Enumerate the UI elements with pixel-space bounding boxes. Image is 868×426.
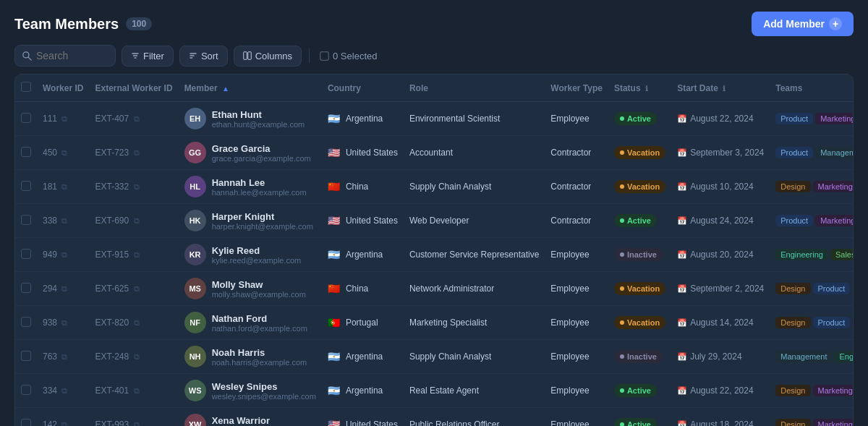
- worker-type-cell: Employee: [545, 306, 608, 340]
- search-input[interactable]: [36, 50, 101, 61]
- row-checkbox[interactable]: [21, 419, 31, 427]
- select-all-checkbox[interactable]: [21, 82, 31, 92]
- copy-worker-id-icon[interactable]: ⧉: [61, 352, 67, 361]
- copy-ext-id-icon[interactable]: ⧉: [134, 420, 140, 426]
- copy-ext-id-icon[interactable]: ⧉: [134, 318, 140, 327]
- row-checkbox[interactable]: [21, 113, 31, 123]
- copy-worker-id-icon[interactable]: ⧉: [61, 182, 67, 191]
- copy-worker-id-icon[interactable]: ⧉: [61, 250, 67, 259]
- columns-button[interactable]: Columns: [234, 46, 302, 67]
- copy-worker-id-icon[interactable]: ⧉: [61, 318, 67, 327]
- table-row: 938 ⧉ EXT-820 ⧉ NF Nathan Ford nathan.fo…: [15, 306, 854, 340]
- row-checkbox[interactable]: [21, 283, 31, 293]
- member-email: hannah.lee@example.com: [212, 188, 307, 197]
- role-cell: Real Estate Agent: [404, 374, 545, 408]
- member-email: ethan.hunt@example.com: [212, 120, 305, 129]
- copy-ext-id-icon[interactable]: ⧉: [134, 114, 140, 123]
- copy-worker-id-icon[interactable]: ⧉: [61, 284, 67, 293]
- start-date: August 24, 2024: [690, 216, 753, 226]
- sort-button[interactable]: Sort: [179, 46, 228, 67]
- row-checkbox[interactable]: [21, 385, 31, 395]
- member-name: Kylie Reed: [212, 245, 302, 256]
- country-cell: 🇦🇷 Argentina: [322, 374, 404, 408]
- copy-worker-id-icon[interactable]: ⧉: [61, 420, 67, 426]
- copy-ext-id-icon[interactable]: ⧉: [134, 284, 140, 293]
- search-box[interactable]: [14, 45, 116, 67]
- external-id-cell: EXT-248 ⧉: [89, 340, 178, 374]
- country-cell: 🇦🇷 Argentina: [322, 340, 404, 374]
- svg-rect-8: [243, 52, 247, 60]
- role-cell: Marketing Specialist: [404, 306, 545, 340]
- role-cell: Public Relations Officer: [404, 408, 545, 427]
- member-name: Hannah Lee: [212, 177, 307, 188]
- col-worker-type: Worker Type: [545, 74, 608, 102]
- table-row: 142 ⧉ EXT-993 ⧉ XW Xena Warrior xena.war…: [15, 408, 854, 427]
- worker-id-cell: 294 ⧉: [37, 272, 89, 306]
- member-email: nathan.ford@example.com: [212, 324, 307, 333]
- calendar-icon: 📅: [677, 318, 687, 328]
- row-checkbox[interactable]: [21, 317, 31, 327]
- worker-id-cell: 938 ⧉: [37, 306, 89, 340]
- start-date-cell: 📅 August 10, 2024: [671, 170, 770, 204]
- row-checkbox[interactable]: [21, 249, 31, 259]
- status-cell: Vacation: [608, 272, 671, 306]
- external-id-cell: EXT-723 ⧉: [89, 136, 178, 170]
- copy-ext-id-icon[interactable]: ⧉: [134, 352, 140, 361]
- teams-cell: ProductMarketingManagement+2: [770, 102, 854, 136]
- member-name: Grace Garcia: [212, 143, 311, 154]
- country-cell: 🇵🇹 Portugal: [322, 306, 404, 340]
- teams-cell: EngineeringSalesOther: [770, 238, 854, 272]
- country-name: Portugal: [346, 318, 378, 328]
- copy-ext-id-icon[interactable]: ⧉: [134, 386, 140, 395]
- add-member-button[interactable]: Add Member +: [752, 12, 854, 36]
- sort-label: Sort: [201, 51, 218, 61]
- teams-cell: ManagementEngineeringSupport: [770, 340, 854, 374]
- teams-cell: DesignMarketingEngineering+2: [770, 408, 854, 427]
- status-cell: Inactive: [608, 340, 671, 374]
- search-icon: [22, 51, 32, 61]
- copy-worker-id-icon[interactable]: ⧉: [61, 148, 67, 157]
- svg-rect-9: [247, 52, 251, 60]
- row-checkbox[interactable]: [21, 215, 31, 225]
- table-body: 111 ⧉ EXT-407 ⧉ EH Ethan Hunt ethan.hunt…: [15, 102, 854, 427]
- copy-ext-id-icon[interactable]: ⧉: [134, 216, 140, 225]
- worker-id-cell: 334 ⧉: [37, 374, 89, 408]
- status-cell: Active: [608, 204, 671, 238]
- country-flag: 🇺🇸: [328, 147, 340, 158]
- country-cell: 🇨🇳 China: [322, 272, 404, 306]
- copy-worker-id-icon[interactable]: ⧉: [61, 114, 67, 123]
- copy-worker-id-icon[interactable]: ⧉: [61, 386, 67, 395]
- copy-ext-id-icon[interactable]: ⧉: [134, 250, 140, 259]
- external-id-cell: EXT-820 ⧉: [89, 306, 178, 340]
- start-date: July 29, 2024: [690, 352, 741, 362]
- start-date-cell: 📅 August 22, 2024: [671, 374, 770, 408]
- avatar: EH: [184, 108, 206, 129]
- row-checkbox[interactable]: [21, 147, 31, 157]
- start-date-cell: 📅 September 2, 2024: [671, 272, 770, 306]
- filter-label: Filter: [143, 51, 164, 61]
- copy-ext-id-icon[interactable]: ⧉: [134, 182, 140, 191]
- country-name: China: [346, 182, 368, 192]
- svg-rect-10: [320, 51, 328, 59]
- member-email: kylie.reed@example.com: [212, 256, 302, 265]
- copy-ext-id-icon[interactable]: ⧉: [134, 148, 140, 157]
- start-date-cell: 📅 August 14, 2024: [671, 306, 770, 340]
- role-cell: Environmental Scientist: [404, 102, 545, 136]
- country-name: United States: [346, 148, 398, 158]
- status-cell: Vacation: [608, 306, 671, 340]
- member-name: Xena Warrior: [212, 415, 311, 426]
- row-checkbox[interactable]: [21, 181, 31, 191]
- columns-label: Columns: [255, 51, 292, 61]
- calendar-icon: 📅: [677, 114, 687, 124]
- filter-button[interactable]: Filter: [122, 46, 174, 67]
- copy-worker-id-icon[interactable]: ⧉: [61, 216, 67, 225]
- calendar-icon: 📅: [677, 182, 687, 192]
- header-left: Team Members 100: [14, 16, 152, 33]
- col-member[interactable]: Member ▲: [179, 74, 322, 102]
- row-checkbox[interactable]: [21, 351, 31, 361]
- col-start-date: Start Date ℹ: [671, 74, 770, 102]
- count-badge: 100: [126, 17, 152, 30]
- start-date-cell: 📅 August 24, 2024: [671, 204, 770, 238]
- col-role: Role: [404, 74, 545, 102]
- start-date: September 3, 2024: [690, 148, 764, 158]
